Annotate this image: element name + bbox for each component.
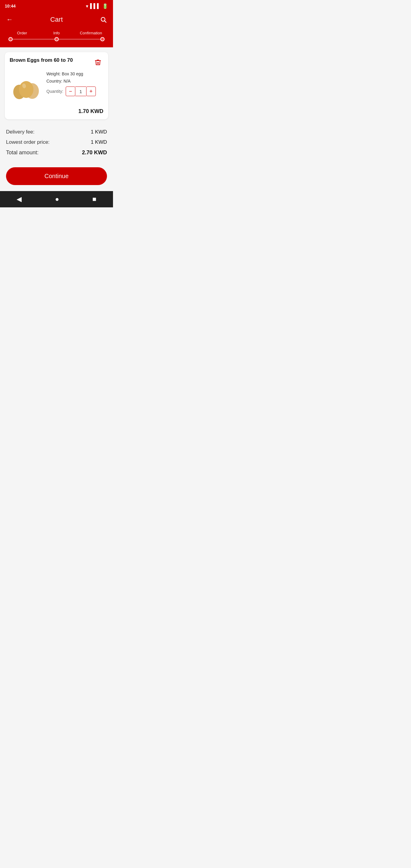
- signal-icon: ▌▌▌: [90, 3, 100, 9]
- svg-point-4: [19, 81, 33, 98]
- step-confirmation-label: Confirmation: [74, 31, 108, 35]
- cart-item-body: Weight: Box 30 egg Country: N/A Quantity…: [10, 71, 103, 104]
- step-dot-order: [8, 37, 13, 41]
- step-info-label: Info: [39, 31, 73, 35]
- country-row: Country: N/A: [46, 79, 103, 84]
- svg-line-1: [104, 21, 106, 22]
- status-time: 10:44: [5, 4, 16, 8]
- nav-recents-button[interactable]: ■: [92, 195, 96, 203]
- total-value: 2.70 KWD: [82, 150, 107, 156]
- quantity-decrease-button[interactable]: −: [66, 87, 75, 96]
- country-label: Country:: [46, 79, 62, 84]
- cart-item-details: Weight: Box 30 egg Country: N/A Quantity…: [46, 71, 103, 104]
- cart-item-header: Brown Eggs from 60 to 70: [10, 57, 103, 68]
- quantity-label: Quantity:: [46, 89, 63, 94]
- country-value: N/A: [64, 79, 70, 84]
- weight-row: Weight: Box 30 egg: [46, 71, 103, 76]
- delivery-fee-value: 1 KWD: [91, 129, 107, 135]
- page-title: Cart: [14, 16, 98, 24]
- status-bar: 10:44 ▾ ▌▌▌ 🔋: [0, 0, 113, 12]
- total-label: Total amount:: [6, 150, 38, 156]
- total-row: Total amount: 2.70 KWD: [6, 150, 107, 156]
- product-image: [10, 71, 43, 104]
- lowest-order-value: 1 KWD: [91, 139, 107, 145]
- nav-back-button[interactable]: ◀: [17, 195, 22, 203]
- quantity-increase-button[interactable]: +: [86, 87, 96, 96]
- lowest-order-label: Lowest order price:: [6, 139, 50, 145]
- continue-button[interactable]: Continue: [6, 167, 107, 185]
- steps-labels: Order Info Confirmation: [5, 31, 108, 35]
- wifi-icon: ▾: [86, 3, 88, 9]
- cart-item-price: 1.70 KWD: [10, 108, 103, 115]
- step-dot-confirmation: [100, 37, 104, 41]
- search-button[interactable]: [98, 16, 108, 23]
- progress-container: Order Info Confirmation: [0, 28, 113, 47]
- weight-value: Box 30 egg: [62, 71, 83, 76]
- quantity-row: Quantity: − 1 +: [46, 87, 103, 96]
- steps-track: [5, 37, 108, 41]
- delete-button[interactable]: [93, 57, 103, 68]
- step-dot-info: [55, 37, 59, 41]
- status-icons: ▾ ▌▌▌ 🔋: [86, 3, 108, 9]
- cart-item-card: Brown Eggs from 60 to 70 Weight:: [5, 52, 108, 119]
- summary-section: Delivery fee: 1 KWD Lowest order price: …: [0, 124, 113, 165]
- quantity-value: 1: [75, 87, 86, 96]
- weight-label: Weight:: [46, 71, 61, 76]
- cart-item-name: Brown Eggs from 60 to 70: [10, 57, 89, 64]
- header: ← Cart: [0, 12, 113, 28]
- step-order-label: Order: [5, 31, 39, 35]
- delivery-fee-row: Delivery fee: 1 KWD: [6, 129, 107, 135]
- delivery-fee-label: Delivery fee:: [6, 129, 34, 135]
- bottom-nav-bar: ◀ ● ■: [0, 191, 113, 207]
- lowest-order-row: Lowest order price: 1 KWD: [6, 139, 107, 145]
- battery-icon: 🔋: [102, 3, 108, 9]
- back-button[interactable]: ←: [5, 16, 14, 24]
- nav-home-button[interactable]: ●: [55, 195, 59, 203]
